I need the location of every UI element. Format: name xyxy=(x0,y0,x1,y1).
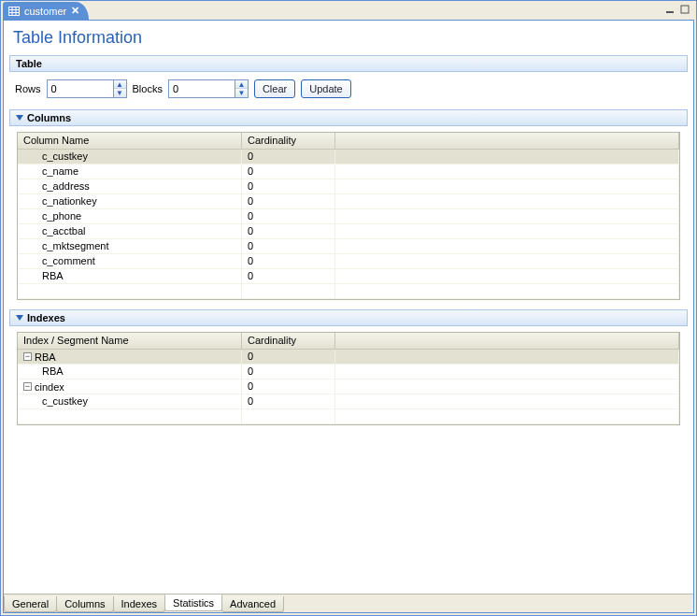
bottom-tabs: GeneralColumnsIndexesStatisticsAdvanced xyxy=(4,594,693,612)
table-row[interactable]: −cindex0 xyxy=(18,380,679,394)
column-name-cell: c_nationkey xyxy=(18,194,242,208)
window: customer ✕ Table Information Table Rows … xyxy=(0,0,697,616)
column-name-cell: c_phone xyxy=(18,209,242,223)
indexes-grid: Index / Segment Name Cardinality −RBA0RB… xyxy=(17,332,680,425)
table-row[interactable]: c_custkey0 xyxy=(18,150,679,165)
minimize-icon[interactable] xyxy=(664,4,676,15)
column-name-cell: c_acctbal xyxy=(18,224,242,238)
column-name-cell: c_address xyxy=(18,179,242,193)
cardinality-cell: 0 xyxy=(242,194,335,208)
editor-tab-customer[interactable]: customer ✕ xyxy=(3,2,89,20)
column-name-cell: c_comment xyxy=(18,254,242,268)
cardinality-cell: 0 xyxy=(242,254,335,268)
blocks-down-icon[interactable]: ▼ xyxy=(235,89,248,97)
editor-tab-label: customer xyxy=(24,6,66,17)
table-row[interactable]: c_phone0 xyxy=(18,209,679,224)
table-row[interactable]: c_acctbal0 xyxy=(18,224,679,239)
close-tab-icon[interactable]: ✕ xyxy=(71,5,79,17)
tab-indexes[interactable]: Indexes xyxy=(113,596,166,612)
title-bar: customer ✕ xyxy=(1,1,696,20)
cardinality-cell: 0 xyxy=(242,239,335,253)
svg-rect-5 xyxy=(666,11,674,13)
index-name-cell: −RBA xyxy=(18,350,242,364)
rows-label: Rows xyxy=(15,83,41,94)
indexes-header-name[interactable]: Index / Segment Name xyxy=(18,333,242,349)
table-row[interactable]: c_nationkey0 xyxy=(18,194,679,209)
section-indexes-header[interactable]: Indexes xyxy=(9,309,688,326)
cardinality-cell: 0 xyxy=(242,269,335,283)
content-frame: Table Information Table Rows ▲▼ Blocks ▲… xyxy=(3,20,694,613)
tab-statistics[interactable]: Statistics xyxy=(164,595,222,611)
cardinality-cell: 0 xyxy=(242,150,335,164)
table-form: Rows ▲▼ Blocks ▲▼ Clear Update xyxy=(4,72,693,106)
column-name-cell: c_mktsegment xyxy=(18,239,242,253)
tab-advanced[interactable]: Advanced xyxy=(221,596,284,612)
columns-header-name[interactable]: Column Name xyxy=(18,133,242,149)
cardinality-cell: 0 xyxy=(242,380,335,394)
blocks-spinner[interactable]: ▲▼ xyxy=(168,79,249,98)
cardinality-cell: 0 xyxy=(242,350,335,364)
table-row[interactable]: RBA0 xyxy=(18,269,679,284)
cardinality-cell: 0 xyxy=(242,394,335,408)
table-grid-icon xyxy=(8,7,20,16)
tab-general[interactable]: General xyxy=(4,596,57,612)
indexes-header-card[interactable]: Cardinality xyxy=(242,333,335,349)
table-row[interactable]: c_comment0 xyxy=(18,254,679,269)
clear-button[interactable]: Clear xyxy=(254,79,295,98)
cardinality-cell: 0 xyxy=(242,224,335,238)
columns-grid: Column Name Cardinality c_custkey0c_name… xyxy=(17,132,680,300)
table-row[interactable]: RBA0 xyxy=(18,365,679,380)
column-name-cell: RBA xyxy=(18,269,242,283)
section-table-header: Table xyxy=(9,55,688,72)
tree-collapse-icon[interactable]: − xyxy=(23,382,32,391)
rows-up-icon[interactable]: ▲ xyxy=(114,80,126,89)
table-row[interactable]: c_address0 xyxy=(18,179,679,194)
rows-spinner[interactable]: ▲▼ xyxy=(47,79,127,98)
svg-rect-6 xyxy=(681,6,689,13)
table-row[interactable]: −RBA0 xyxy=(18,350,679,365)
table-row[interactable]: c_mktsegment0 xyxy=(18,239,679,254)
maximize-icon[interactable] xyxy=(679,4,690,15)
index-name-cell: −cindex xyxy=(18,380,242,394)
window-controls xyxy=(664,4,690,15)
cardinality-cell: 0 xyxy=(242,165,335,179)
rows-input[interactable] xyxy=(48,80,113,97)
blocks-up-icon[interactable]: ▲ xyxy=(235,80,248,89)
svg-rect-0 xyxy=(9,7,20,15)
column-name-cell: c_name xyxy=(18,165,242,179)
index-name-cell: RBA xyxy=(18,365,242,379)
page-title: Table Information xyxy=(4,21,693,51)
update-button[interactable]: Update xyxy=(301,79,350,98)
column-name-cell: c_custkey xyxy=(18,150,242,164)
cardinality-cell: 0 xyxy=(242,179,335,193)
index-name-cell: c_custkey xyxy=(18,394,242,408)
blocks-input[interactable] xyxy=(169,80,235,97)
cardinality-cell: 0 xyxy=(242,209,335,223)
table-row[interactable]: c_name0 xyxy=(18,165,679,179)
cardinality-cell: 0 xyxy=(242,365,335,379)
section-columns-header[interactable]: Columns xyxy=(9,109,688,126)
blocks-label: Blocks xyxy=(133,83,163,94)
columns-header-card[interactable]: Cardinality xyxy=(242,133,335,149)
rows-down-icon[interactable]: ▼ xyxy=(114,89,126,97)
tree-collapse-icon[interactable]: − xyxy=(23,352,32,361)
table-row[interactable]: c_custkey0 xyxy=(18,394,679,409)
tab-columns[interactable]: Columns xyxy=(56,596,113,612)
